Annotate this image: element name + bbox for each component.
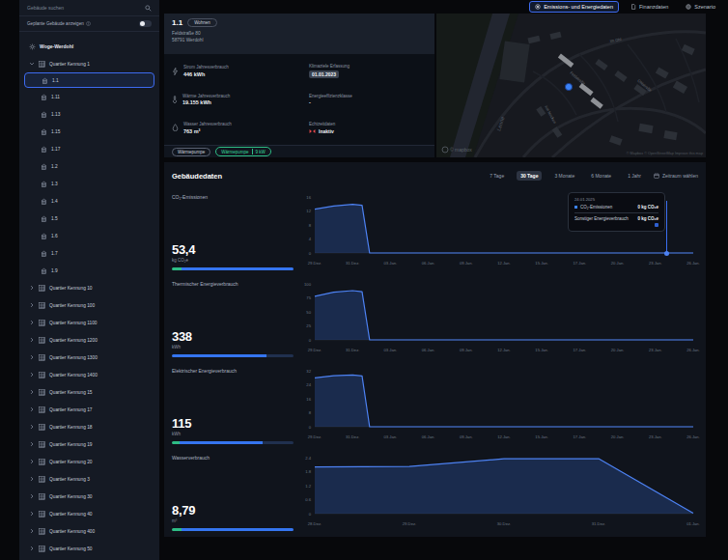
sidebar-quartier-item[interactable]: Quartier Kennung 10: [19, 279, 159, 296]
series-swatch: [574, 206, 577, 209]
building-icon: [41, 128, 47, 135]
range-button[interactable]: 7 Tage: [486, 171, 508, 181]
building-title: 1.1: [172, 18, 182, 27]
svg-text:09.Jan.: 09.Jan.: [460, 348, 473, 352]
svg-text:1.2: 1.2: [305, 484, 311, 489]
planned-buildings-row: Geplante Gebäude anzeigen: [19, 16, 159, 32]
svg-text:23.Jan.: 23.Jan.: [649, 348, 662, 352]
svg-text:12.Jan.: 12.Jan.: [497, 348, 511, 352]
planned-buildings-toggle[interactable]: [139, 20, 152, 27]
chart-summary-value: 338: [172, 330, 294, 343]
svg-text:25: 25: [306, 323, 311, 328]
building-card-header: 1.1 Wohnen Feldstraße 80 58791 Werdohl: [164, 14, 434, 54]
sidebar-item-quartier-expanded[interactable]: Quartier Kennung 1: [19, 55, 159, 72]
gear-icon: [29, 43, 36, 50]
svg-text:23.Jan.: 23.Jan.: [649, 261, 662, 266]
chart-summary-value: 8,79: [172, 504, 294, 517]
range-list: 7 Tage30 Tage3 Monate6 Monate1 Jahr: [486, 171, 645, 181]
svg-text:17.Jan.: 17.Jan.: [574, 261, 587, 266]
sidebar-quartier-item[interactable]: Quartier Kennung 3: [19, 470, 159, 488]
range-button[interactable]: 1 Jahr: [624, 171, 645, 181]
sidebar-quartier-item[interactable]: Quartier Kennung 400: [19, 522, 159, 540]
building-icon: [41, 94, 47, 100]
meta-echtzeitdaten: Echtzeitdaten Inaktiv: [309, 114, 427, 142]
address-line2: 58791 Werdohl: [172, 38, 427, 44]
tree-root-label: Woge-Werdohl: [40, 43, 73, 49]
sidebar-building-item[interactable]: 1.2: [19, 157, 159, 175]
range-button[interactable]: 30 Tage: [517, 171, 542, 181]
building-type-badge: Wohnen: [187, 18, 217, 27]
map-view[interactable]: Im Ohl Feldstraße Ohlstraße Am Nocken Le…: [436, 14, 706, 157]
map-marker[interactable]: [565, 83, 572, 90]
sidebar-building-item[interactable]: 1.5: [19, 210, 159, 227]
chevron-right-icon: [29, 406, 35, 412]
svg-text:03.Jan.: 03.Jan.: [384, 348, 398, 352]
svg-text:0: 0: [309, 338, 312, 343]
sidebar-quartier-item[interactable]: Quartier Kennung 18: [19, 418, 159, 435]
chevron-right-icon: [29, 320, 35, 325]
chevron-right-icon: [29, 528, 35, 534]
svg-text:100: 100: [304, 282, 312, 287]
svg-text:15.Jan.: 15.Jan.: [535, 261, 548, 266]
meta-label: Klimaziele Erfassung: [309, 64, 427, 69]
sidebar-quartier-item[interactable]: Quartier Kennung 15: [19, 383, 159, 401]
chart-plot-area[interactable]: 025507510029.Dez.31.Dez.03.Jan.06.Jan.09…: [294, 276, 706, 363]
sidebar-quartier-item[interactable]: Quartier Kennung 40: [19, 505, 159, 522]
sidebar-quartier-item[interactable]: Quartier Kennung 1300: [19, 349, 159, 366]
sidebar-quartier-item[interactable]: Quartier Kennung 30: [19, 488, 159, 505]
tab-szenario[interactable]: Szenario: [680, 1, 721, 13]
range-button[interactable]: 3 Monate: [550, 171, 578, 181]
sidebar-building-item[interactable]: 1.1: [24, 72, 154, 88]
chevron-right-icon: [29, 354, 35, 360]
building-data-panel: Gebäudedaten 7 Tage30 Tage3 Monate6 Mona…: [164, 162, 706, 537]
sidebar-building-item[interactable]: 1.15: [19, 123, 159, 140]
meta-label: Energieeffizienzklasse: [309, 94, 427, 98]
tab-finanzdaten[interactable]: Finanzdaten: [625, 1, 674, 13]
svg-text:26.Jan.: 26.Jan.: [686, 348, 700, 352]
sidebar-building-item[interactable]: 1.13: [19, 105, 159, 123]
sidebar-quartier-item[interactable]: Quartier Kennung 1200: [19, 331, 159, 349]
svg-text:17.Jan.: 17.Jan.: [574, 434, 587, 439]
chevron-right-icon: [29, 372, 35, 378]
stat-value: 446 kWh: [183, 71, 229, 77]
svg-text:20.Jan.: 20.Jan.: [611, 348, 625, 352]
svg-text:31.Dez.: 31.Dez.: [346, 434, 359, 439]
chart-plot-area[interactable]: 00.61.21.82.428.Dez.29.Dez.30.Dez.31.Dez…: [294, 450, 706, 537]
bolt-icon: [172, 68, 179, 75]
sidebar-building-item[interactable]: 1.7: [19, 244, 159, 262]
signal-off-icon: [309, 128, 316, 134]
sidebar-building-item[interactable]: 1.3: [19, 175, 159, 192]
sidebar-building-item[interactable]: 1.11: [19, 88, 159, 105]
sidebar-building-item[interactable]: 1.17: [19, 140, 159, 157]
sidebar-quartier-item[interactable]: Quartier Kennung 100: [19, 296, 159, 314]
sidebar-building-item[interactable]: 1.9: [19, 262, 159, 279]
quartier-grid-icon: [39, 511, 45, 518]
quartier-grid-icon: [39, 389, 45, 396]
sidebar-quartier-item[interactable]: Quartier Kennung 1100: [19, 314, 159, 331]
sidebar-quartier-item[interactable]: Quartier Kennung 20: [19, 453, 159, 470]
chart-plot-area[interactable]: 048121629.Dez.31.Dez.03.Jan.06.Jan.09.Ja…: [294, 189, 706, 276]
top-tab-bar: Emissions- und Energiedaten Finanzdaten …: [164, 0, 728, 14]
search-input[interactable]: [27, 5, 145, 11]
custom-range-button[interactable]: Zeitraum wählen: [654, 173, 698, 179]
chart-plot-area[interactable]: 0816243229.Dez.31.Dez.03.Jan.06.Jan.09.J…: [294, 363, 706, 450]
target-icon: [535, 4, 541, 10]
range-button[interactable]: 6 Monate: [587, 171, 615, 181]
svg-text:32: 32: [306, 369, 311, 374]
search-icon[interactable]: [145, 5, 152, 12]
svg-text:50: 50: [306, 310, 311, 315]
tree-root-item[interactable]: Woge-Werdohl: [19, 38, 159, 55]
quartier-grid-icon: [39, 528, 45, 535]
chevron-down-icon: [29, 61, 35, 67]
time-range-bar: 7 Tage30 Tage3 Monate6 Monate1 Jahr Zeit…: [486, 171, 698, 181]
sidebar-quartier-item[interactable]: Quartier Kennung 1400: [19, 366, 159, 383]
sidebar-building-item[interactable]: 1.4: [19, 192, 159, 210]
map-attribution-right[interactable]: © Mapbox © OpenStreetMap Improve this ma…: [627, 152, 703, 155]
sidebar-quartier-item[interactable]: Quartier Kennung 50: [19, 540, 159, 557]
tab-emissions-energiedaten[interactable]: Emissions- und Energiedaten: [529, 1, 619, 13]
building-icon: [41, 181, 47, 187]
sidebar-quartier-item[interactable]: Quartier Kennung 19: [19, 435, 159, 453]
sidebar-quartier-item[interactable]: Quartier Kennung 17: [19, 401, 159, 418]
sidebar-building-item[interactable]: 1.6: [19, 227, 159, 244]
chevron-right-icon: [29, 476, 35, 482]
